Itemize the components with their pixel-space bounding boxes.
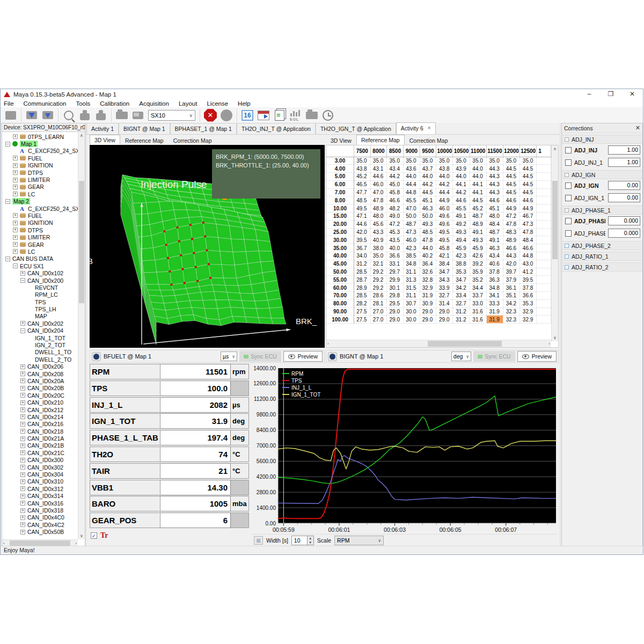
- tree-expander-icon[interactable]: +: [20, 443, 25, 448]
- map-cell[interactable]: 32.7: [453, 299, 470, 308]
- checkbox[interactable]: [565, 182, 572, 189]
- col-header-11000[interactable]: 11000: [470, 145, 486, 157]
- map-cell[interactable]: 35.2: [470, 276, 486, 284]
- map-cell[interactable]: 44.5: [503, 180, 519, 188]
- map-cell[interactable]: 44.8: [520, 252, 537, 260]
- correction-value-input[interactable]: 0.00: [608, 181, 640, 190]
- correction-group-adj_inj[interactable]: ADJ_INJ: [562, 135, 642, 144]
- map-cell[interactable]: 47.8: [420, 236, 436, 244]
- tree-item-can-id0x316[interactable]: +CAN_ID0x316: [2, 500, 78, 507]
- map-cell[interactable]: 44.9: [436, 196, 453, 204]
- map-cell[interactable]: 29.8: [387, 292, 404, 300]
- map-cell[interactable]: 44.5: [520, 173, 537, 181]
- monitor-icon[interactable]: [131, 109, 145, 122]
- tree-expander-icon[interactable]: +: [20, 522, 25, 527]
- map-cell[interactable]: 38.8: [453, 260, 470, 268]
- map-cell[interactable]: 44.0: [420, 244, 436, 252]
- splitter[interactable]: [560, 123, 561, 547]
- tree-expander-icon[interactable]: +: [20, 407, 25, 412]
- table-vertical-scrollbar[interactable]: ∧ ∨: [551, 145, 558, 341]
- correction-value-input[interactable]: 1.00: [608, 145, 640, 155]
- tree-item-can-id0x212[interactable]: +CAN_ID0x212: [2, 406, 78, 413]
- map-cell[interactable]: 43.6: [403, 165, 420, 173]
- map-cell[interactable]: 44.0: [470, 173, 486, 181]
- tree-expander-icon[interactable]: +: [20, 479, 25, 484]
- map-cell[interactable]: 43.7: [420, 165, 436, 173]
- tree-item-dtps[interactable]: +DTPS: [2, 169, 78, 176]
- tree-item-can-bus-data[interactable]: −CAN BUS DATA: [2, 255, 78, 262]
- map-cell[interactable]: 35.0: [370, 157, 387, 165]
- correction-group-adj_phase_2[interactable]: ADJ_PHASE_2: [562, 241, 642, 250]
- map-cell[interactable]: 44.2: [420, 180, 436, 188]
- checkbox[interactable]: [565, 147, 572, 153]
- map-cell[interactable]: 44.6: [520, 196, 537, 204]
- gauge-checkbox-icon[interactable]: ✓: [91, 532, 97, 539]
- col-header-12500[interactable]: 12500: [520, 145, 537, 157]
- map-cell[interactable]: 31.9: [420, 292, 436, 300]
- map-cell[interactable]: 39.5: [520, 276, 537, 284]
- map-cell[interactable]: 47.7: [354, 188, 370, 196]
- tree-expander-icon[interactable]: +: [20, 364, 25, 369]
- map-cell[interactable]: 39.5: [354, 236, 370, 244]
- map-cell[interactable]: 45.0: [387, 180, 404, 188]
- scroll-left-icon[interactable]: ‹: [327, 340, 329, 347]
- map-cell[interactable]: 46.6: [520, 244, 537, 252]
- scrollbar-thumb[interactable]: [552, 181, 558, 259]
- map-cell[interactable]: 29.0: [387, 308, 404, 316]
- scroll-down-icon[interactable]: ∨: [80, 532, 83, 539]
- map-cell[interactable]: 44.2: [453, 188, 470, 196]
- map-cell[interactable]: 34.8: [486, 284, 503, 292]
- map-cell[interactable]: 46.0: [370, 180, 387, 188]
- map-cell[interactable]: 47.8: [520, 228, 537, 236]
- map-cell[interactable]: 39.7: [503, 268, 519, 276]
- tree-expander-icon[interactable]: +: [20, 508, 25, 513]
- map-cell[interactable]: 42.3: [403, 244, 420, 252]
- map-cell[interactable]: 31.5: [403, 284, 420, 292]
- map-cell[interactable]: 29.2: [370, 284, 387, 292]
- row-header-80.00[interactable]: 80.00: [326, 299, 354, 308]
- map-cell[interactable]: 34.7: [453, 276, 470, 284]
- scale-select[interactable]: RPM∨: [334, 536, 384, 545]
- map-cell[interactable]: 49.6: [436, 220, 453, 228]
- col-header-9000[interactable]: 9000: [403, 145, 420, 157]
- map-cell[interactable]: 43.5: [387, 236, 404, 244]
- map-cell[interactable]: 45.2: [470, 204, 486, 213]
- map-cell[interactable]: 46.3: [420, 204, 436, 213]
- col-header-11500[interactable]: 11500: [486, 145, 503, 157]
- map-cell[interactable]: 36.6: [387, 252, 404, 260]
- tree-item-tps-lh[interactable]: TPS_LH: [2, 305, 78, 312]
- map-cell[interactable]: 44.6: [370, 173, 387, 181]
- expand-icon[interactable]: [565, 244, 569, 248]
- map-cell[interactable]: 46.0: [403, 236, 420, 244]
- map-cell[interactable]: 48.9: [470, 220, 486, 228]
- row-header-60.00[interactable]: 60.00: [326, 284, 354, 292]
- map-cell[interactable]: 33.7: [470, 292, 486, 300]
- tree-expander-icon[interactable]: +: [20, 472, 25, 477]
- map-cell[interactable]: 48.0: [486, 213, 503, 221]
- map-cell[interactable]: 29.0: [420, 308, 436, 316]
- map-cell[interactable]: 48.7: [486, 228, 503, 236]
- row-header-10.00[interactable]: 10.00: [326, 204, 354, 213]
- collapse-icon[interactable]: [565, 137, 569, 142]
- map-cell[interactable]: 42.1: [436, 252, 453, 260]
- tree-expander-icon[interactable]: +: [13, 228, 18, 232]
- map-cell[interactable]: 44.5: [503, 188, 519, 196]
- tree-item-can-id0x20a[interactable]: +CAN_ID0x20A: [2, 377, 78, 384]
- col-header-7500[interactable]: 7500: [354, 145, 370, 157]
- map-cell[interactable]: 43.9: [453, 165, 470, 173]
- row-header-15.00[interactable]: 15.00: [326, 213, 354, 221]
- map-cell[interactable]: 38.4: [436, 260, 453, 268]
- tree-expander-icon[interactable]: +: [20, 458, 25, 463]
- checkbox[interactable]: [565, 230, 572, 237]
- tree-expander-icon[interactable]: +: [20, 450, 25, 455]
- map-cell[interactable]: 44.5: [470, 196, 486, 204]
- tree-item-can-id0x318[interactable]: +CAN_ID0x318: [2, 507, 78, 514]
- tree-item-can-id0x214[interactable]: +CAN_ID0x214: [2, 413, 78, 420]
- map-cell[interactable]: 44.1: [453, 180, 470, 188]
- tree-item-can-id0x312[interactable]: +CAN_ID0x312: [2, 485, 78, 492]
- tree-item-can-id0x50b[interactable]: +CAN_ID0x50B: [2, 528, 78, 535]
- map-cell[interactable]: 29.2: [370, 268, 387, 276]
- map-cell[interactable]: 30.1: [387, 284, 404, 292]
- map-cell[interactable]: 44.5: [503, 165, 519, 173]
- device-select[interactable]: SX10∨: [148, 110, 195, 121]
